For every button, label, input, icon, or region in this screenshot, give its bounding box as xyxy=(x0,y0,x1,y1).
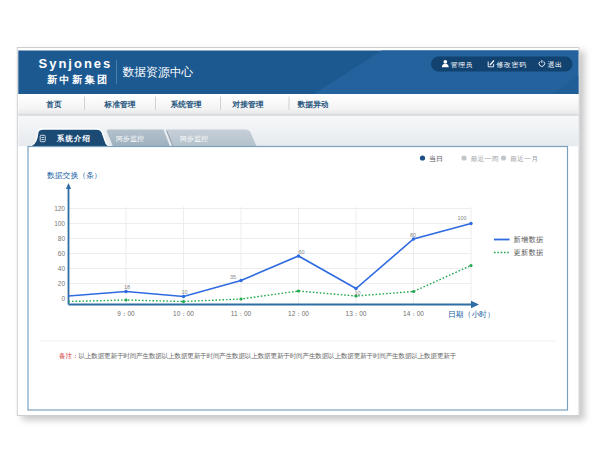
svg-text:14：00: 14：00 xyxy=(403,310,424,317)
svg-text:最近一月: 最近一月 xyxy=(510,155,538,163)
svg-text:标准管理: 标准管理 xyxy=(103,100,135,109)
svg-text:以上数据更新于时间产生数据以上数据更新于时间产生数据以上数据: 以上数据更新于时间产生数据以上数据更新于时间产生数据以上数据更新于时间产生数据以… xyxy=(79,352,457,360)
svg-text:首页: 首页 xyxy=(45,100,62,109)
svg-text:日期（小时）: 日期（小时） xyxy=(448,310,495,319)
svg-text:100: 100 xyxy=(54,220,65,227)
svg-text:最近一周: 最近一周 xyxy=(471,155,499,162)
svg-text:数据资源中心: 数据资源中心 xyxy=(123,65,194,79)
svg-text:20: 20 xyxy=(58,280,66,287)
svg-text:同步监控: 同步监控 xyxy=(180,135,208,143)
svg-text:40: 40 xyxy=(58,265,66,272)
svg-text:同步监控: 同步监控 xyxy=(116,135,144,143)
svg-text:60: 60 xyxy=(58,250,66,257)
svg-text:12：00: 12：00 xyxy=(288,310,309,317)
svg-text:对接管理: 对接管理 xyxy=(231,100,263,109)
svg-text:系统管理: 系统管理 xyxy=(170,100,201,109)
svg-text:11：00: 11：00 xyxy=(231,310,252,317)
svg-text:80: 80 xyxy=(410,232,416,238)
svg-text:新中新集团: 新中新集团 xyxy=(46,74,110,85)
svg-text:80: 80 xyxy=(58,235,66,242)
svg-text:更新数据: 更新数据 xyxy=(514,248,544,257)
svg-text:13：00: 13：00 xyxy=(346,310,367,317)
svg-text:18: 18 xyxy=(124,284,130,290)
svg-text:35: 35 xyxy=(230,274,236,280)
svg-text:10: 10 xyxy=(181,289,187,295)
svg-text:数据异动: 数据异动 xyxy=(296,100,328,109)
svg-text:0: 0 xyxy=(61,295,65,302)
svg-text:修改密码: 修改密码 xyxy=(497,61,527,69)
svg-text:9：00: 9：00 xyxy=(117,310,135,317)
svg-text:系统介绍: 系统介绍 xyxy=(56,134,91,143)
svg-text:管理员: 管理员 xyxy=(451,61,474,69)
svg-text:退出: 退出 xyxy=(548,60,563,68)
svg-text:Synjones: Synjones xyxy=(39,56,113,71)
svg-text:60: 60 xyxy=(298,249,304,255)
svg-text:新增数据: 新增数据 xyxy=(514,235,544,244)
svg-text:100: 100 xyxy=(457,215,466,221)
svg-text:当日: 当日 xyxy=(429,155,443,163)
svg-text:10：00: 10：00 xyxy=(173,310,194,317)
svg-text:120: 120 xyxy=(54,205,65,212)
svg-text:备注：: 备注： xyxy=(59,352,79,360)
svg-text:数据交换（条）: 数据交换（条） xyxy=(47,171,102,180)
svg-text:10: 10 xyxy=(354,290,360,296)
